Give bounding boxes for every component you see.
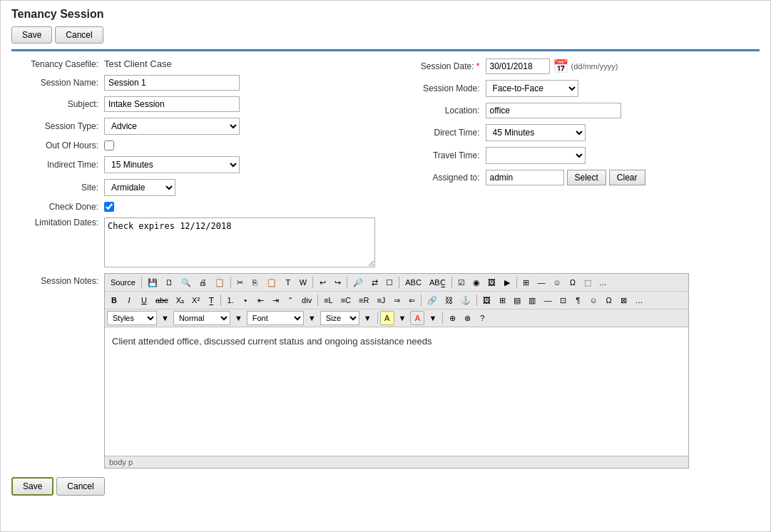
italic-button[interactable]: I xyxy=(122,293,136,307)
site-select[interactable]: Armidale Tamworth Inverell xyxy=(104,179,175,196)
row-button[interactable]: ▤ xyxy=(510,293,524,307)
session-name-input[interactable] xyxy=(104,75,240,91)
out-of-hours-checkbox[interactable] xyxy=(104,140,114,150)
align-justify-button[interactable]: ≡J xyxy=(373,293,389,307)
fgcolor-arrow[interactable]: ▼ xyxy=(425,311,440,325)
clear-button[interactable]: Clear xyxy=(609,170,645,185)
select-button[interactable]: Select xyxy=(567,170,606,185)
styles-arrow[interactable]: ▼ xyxy=(158,311,173,325)
redo-button[interactable]: ↪ xyxy=(330,275,344,290)
save-button-top[interactable]: Save xyxy=(11,26,52,44)
location-input[interactable] xyxy=(486,103,621,118)
sep11 xyxy=(476,295,477,306)
indent-button[interactable]: ⇥ xyxy=(268,293,282,307)
limitation-dates-textarea[interactable]: Check expires 12/12/2018 xyxy=(104,218,375,267)
select-all-button[interactable]: ☐ xyxy=(382,275,397,290)
bgcolor-arrow[interactable]: ▼ xyxy=(395,311,410,325)
specialchar-button[interactable]: Ω xyxy=(566,275,580,290)
calendar-icon[interactable]: 📅 xyxy=(553,58,568,74)
anchor-button[interactable]: ⚓ xyxy=(457,293,474,307)
save-button-bottom[interactable]: Save xyxy=(11,477,53,496)
subscript-button[interactable]: X₂ xyxy=(173,293,188,307)
fgcolor-button[interactable]: A xyxy=(410,311,424,325)
save-doc-button[interactable]: 💾 xyxy=(144,275,161,290)
align-right-button[interactable]: ≡R xyxy=(355,293,372,307)
find-button[interactable]: 🔎 xyxy=(349,275,367,290)
undo-button[interactable]: ↩ xyxy=(315,275,330,290)
bgcolor-button[interactable]: A xyxy=(380,311,394,325)
flash-button[interactable]: ▶ xyxy=(500,275,514,290)
source-button[interactable]: Source xyxy=(107,275,139,290)
paste-format-button[interactable]: ⊗ xyxy=(460,311,474,325)
format-select[interactable]: Normal Heading 1 Heading 2 xyxy=(173,311,230,325)
removeformat-button[interactable]: T̲ xyxy=(204,293,218,307)
bold-button[interactable]: B xyxy=(107,293,121,307)
session-notes-editor[interactable]: Client attended office, discussed curren… xyxy=(105,327,688,456)
emoticons-button[interactable]: ☺ xyxy=(586,293,601,307)
spellcheck-button[interactable]: ABC xyxy=(402,275,425,290)
direct-time-select[interactable]: 15 Minutes 30 Minutes 45 Minutes 1 Hour xyxy=(486,124,586,141)
underline-button[interactable]: U xyxy=(137,293,151,307)
blockquote-button[interactable]: " xyxy=(283,293,297,307)
unorderedlist-button[interactable]: • xyxy=(238,293,252,307)
hr2-button[interactable]: — xyxy=(540,293,555,307)
more-button[interactable]: … xyxy=(596,275,611,290)
specialchar2-button[interactable]: Ω xyxy=(602,293,616,307)
indirect-time-select[interactable]: 15 Minutes 30 Minutes 45 Minutes 1 Hour xyxy=(104,156,240,173)
new-page-button[interactable]: 🗋 xyxy=(162,275,177,290)
cut-button[interactable]: ✂ xyxy=(233,275,247,290)
iframe-button[interactable]: ⬚ xyxy=(581,275,595,290)
bidi-rtl-button[interactable]: ⇐ xyxy=(404,293,419,307)
spellcheck2-button[interactable]: ABC̲ xyxy=(426,275,449,290)
subject-input[interactable] xyxy=(104,96,240,112)
styles-select[interactable]: Styles xyxy=(107,311,157,325)
link-button[interactable]: 🔗 xyxy=(424,293,441,307)
font-select[interactable]: Font xyxy=(247,311,304,325)
copy-format-button[interactable]: ⊕ xyxy=(445,311,459,325)
paste-button[interactable]: 📋 xyxy=(263,275,280,290)
paste-word-button[interactable]: W xyxy=(296,275,310,290)
template-button[interactable]: 📋 xyxy=(211,275,228,290)
outdent-button[interactable]: ⇤ xyxy=(253,293,267,307)
radio-button[interactable]: ◉ xyxy=(469,275,484,290)
unlink-button[interactable]: ⛓ xyxy=(441,293,456,307)
assigned-to-input[interactable] xyxy=(486,170,564,185)
print-button[interactable]: 🖨 xyxy=(195,275,210,290)
smiley-button[interactable]: ☺ xyxy=(550,275,565,290)
paste-text-button[interactable]: T xyxy=(281,275,295,290)
preview-button[interactable]: 🔍 xyxy=(178,275,195,290)
align-left-button[interactable]: ≡L xyxy=(320,293,337,307)
session-mode-select[interactable]: Face-to-Face Phone Email Video xyxy=(486,80,578,97)
size-arrow[interactable]: ▼ xyxy=(360,311,375,325)
format-arrow[interactable]: ▼ xyxy=(231,311,246,325)
checkbox-button[interactable]: ☑ xyxy=(454,275,469,290)
orderedlist-button[interactable]: 1. xyxy=(223,293,238,307)
copy-button[interactable]: ⎘ xyxy=(248,275,262,290)
table-button[interactable]: ⊞ xyxy=(519,275,533,290)
font-arrow[interactable]: ▼ xyxy=(305,311,320,325)
check-done-checkbox[interactable] xyxy=(104,202,114,212)
size-select[interactable]: Size xyxy=(320,311,359,325)
col-button[interactable]: ▥ xyxy=(525,293,539,307)
creatediv-button[interactable]: div xyxy=(298,293,315,307)
img2-button[interactable]: 🖼 xyxy=(479,293,494,307)
strikethrough-button[interactable]: abc xyxy=(152,293,172,307)
cancel-button-bottom[interactable]: Cancel xyxy=(56,477,104,496)
session-date-input[interactable] xyxy=(486,58,550,74)
bidi-ltr-button[interactable]: ⇒ xyxy=(389,293,404,307)
image-button[interactable]: 🖼 xyxy=(484,275,499,290)
maximize-button[interactable]: ⊡ xyxy=(556,293,570,307)
sep8 xyxy=(220,295,221,306)
align-center-button[interactable]: ≡C xyxy=(337,293,354,307)
hline-button[interactable]: — xyxy=(534,275,549,290)
table2-button[interactable]: ⊞ xyxy=(495,293,509,307)
more2-button[interactable]: … xyxy=(632,293,647,307)
showblocks-button[interactable]: ¶ xyxy=(571,293,585,307)
replace-button[interactable]: ⇄ xyxy=(367,275,382,290)
help-button[interactable]: ? xyxy=(475,311,489,325)
session-type-select[interactable]: Advice Support Referral xyxy=(104,118,240,135)
cancel-button-top[interactable]: Cancel xyxy=(55,26,103,44)
superscript-button[interactable]: X² xyxy=(188,293,203,307)
pagebreak-button[interactable]: ⊠ xyxy=(617,293,631,307)
travel-time-select[interactable]: 15 Minutes 30 Minutes 45 Minutes 1 Hour xyxy=(486,147,586,164)
